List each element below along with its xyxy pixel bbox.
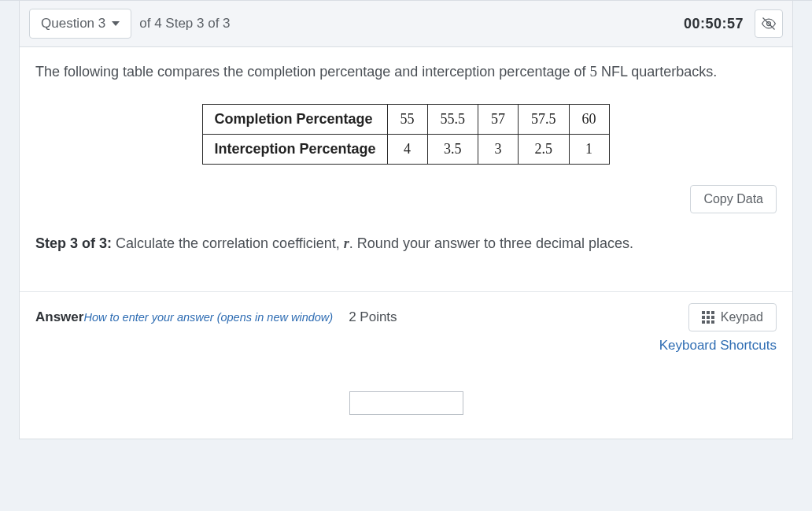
keypad-label: Keypad	[721, 310, 763, 324]
table-row: Completion Percentage 55 55.5 57 57.5 60	[203, 105, 609, 135]
data-table: Completion Percentage 55 55.5 57 57.5 60…	[202, 104, 609, 165]
table-cell: 60	[569, 105, 609, 135]
timer: 00:50:57	[684, 16, 747, 32]
copy-data-label: Copy Data	[703, 192, 763, 206]
svg-rect-7	[711, 316, 714, 319]
svg-rect-10	[711, 320, 714, 324]
question-prompt: The following table compares the complet…	[35, 63, 777, 80]
svg-rect-9	[707, 320, 710, 324]
question-selector-label: Question 3	[41, 16, 105, 31]
svg-rect-6	[707, 316, 710, 319]
table-cell: 1	[569, 135, 609, 165]
step-progress-text: of 4 Step 3 of 3	[139, 16, 230, 31]
svg-rect-3	[707, 311, 710, 314]
svg-rect-2	[702, 311, 705, 314]
row-header-interception: Interception Percentage	[203, 135, 387, 165]
row-header-completion: Completion Percentage	[203, 105, 387, 135]
copy-data-button[interactable]: Copy Data	[690, 185, 777, 213]
table-cell: 55.5	[427, 105, 478, 135]
step-text-after: . Round your answer to three decimal pla…	[349, 235, 633, 251]
keypad-icon	[702, 311, 714, 324]
table-cell: 3	[478, 135, 519, 165]
keypad-button[interactable]: Keypad	[688, 303, 777, 331]
step-instruction: Step 3 of 3: Calculate the correlation c…	[35, 235, 777, 252]
table-cell: 55	[387, 105, 427, 135]
table-cell: 4	[387, 135, 427, 165]
question-selector-button[interactable]: Question 3	[29, 9, 131, 39]
question-header: Question 3 of 4 Step 3 of 3 00:50:57	[20, 1, 792, 47]
answer-input[interactable]	[349, 391, 463, 415]
table-cell: 57	[478, 105, 519, 135]
prompt-count: 5	[589, 63, 597, 80]
table-cell: 3.5	[427, 135, 478, 165]
svg-rect-4	[711, 311, 714, 314]
step-text-before: Calculate the correlation coefficient,	[116, 235, 344, 251]
chevron-down-icon	[112, 21, 120, 26]
points-label: 2 Points	[349, 309, 397, 325]
svg-rect-8	[702, 320, 705, 324]
step-r-symbol: r	[344, 235, 349, 251]
keyboard-shortcuts-link[interactable]: Keyboard Shortcuts	[659, 338, 777, 353]
step-label: Step 3 of 3:	[35, 235, 116, 251]
table-row: Interception Percentage 4 3.5 3 2.5 1	[203, 135, 609, 165]
svg-rect-5	[702, 316, 705, 319]
hide-timer-button[interactable]	[755, 9, 783, 38]
prompt-lead: The following table compares the complet…	[35, 64, 589, 80]
answer-label: Answer	[35, 309, 83, 324]
answer-help-link[interactable]: How to enter your answer (opens in new w…	[83, 311, 333, 324]
table-cell: 2.5	[519, 135, 570, 165]
prompt-trail: NFL quarterbacks.	[597, 64, 717, 80]
eye-off-icon	[761, 16, 777, 31]
table-cell: 57.5	[519, 105, 570, 135]
